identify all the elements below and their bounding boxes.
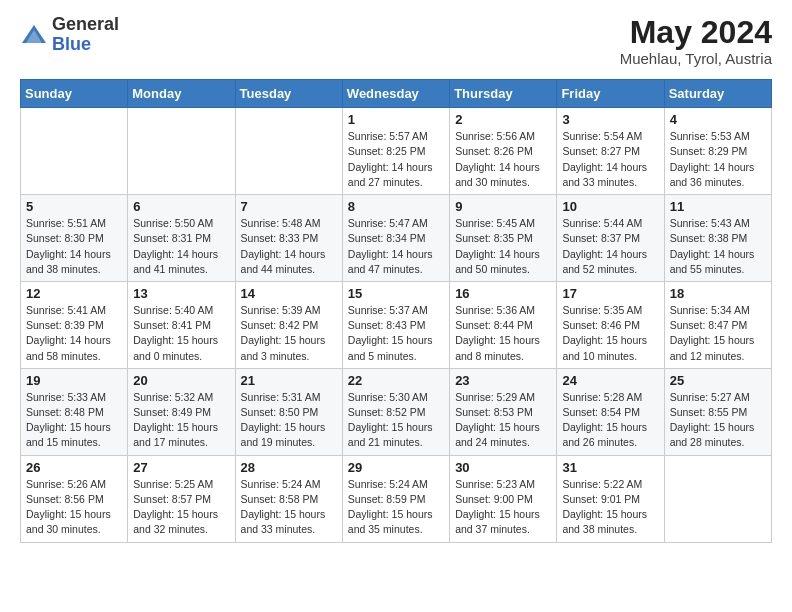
day-number: 5 <box>26 199 122 214</box>
day-number: 6 <box>133 199 229 214</box>
calendar-cell: 13Sunrise: 5:40 AMSunset: 8:41 PMDayligh… <box>128 281 235 368</box>
day-number: 25 <box>670 373 766 388</box>
page: General Blue May 2024 Muehlau, Tyrol, Au… <box>0 0 792 558</box>
day-number: 20 <box>133 373 229 388</box>
calendar-cell: 23Sunrise: 5:29 AMSunset: 8:53 PMDayligh… <box>450 368 557 455</box>
day-number: 12 <box>26 286 122 301</box>
day-info: Sunrise: 5:44 AMSunset: 8:37 PMDaylight:… <box>562 216 658 277</box>
day-header-sunday: Sunday <box>21 80 128 108</box>
day-number: 4 <box>670 112 766 127</box>
day-number: 22 <box>348 373 444 388</box>
day-info: Sunrise: 5:53 AMSunset: 8:29 PMDaylight:… <box>670 129 766 190</box>
day-number: 18 <box>670 286 766 301</box>
logo-icon <box>20 21 48 49</box>
day-info: Sunrise: 5:34 AMSunset: 8:47 PMDaylight:… <box>670 303 766 364</box>
calendar-cell: 31Sunrise: 5:22 AMSunset: 9:01 PMDayligh… <box>557 455 664 542</box>
day-number: 23 <box>455 373 551 388</box>
day-info: Sunrise: 5:47 AMSunset: 8:34 PMDaylight:… <box>348 216 444 277</box>
calendar-cell: 25Sunrise: 5:27 AMSunset: 8:55 PMDayligh… <box>664 368 771 455</box>
logo-text: General Blue <box>52 15 119 55</box>
day-info: Sunrise: 5:41 AMSunset: 8:39 PMDaylight:… <box>26 303 122 364</box>
calendar-week-row: 19Sunrise: 5:33 AMSunset: 8:48 PMDayligh… <box>21 368 772 455</box>
header: General Blue May 2024 Muehlau, Tyrol, Au… <box>20 15 772 67</box>
day-info: Sunrise: 5:30 AMSunset: 8:52 PMDaylight:… <box>348 390 444 451</box>
day-info: Sunrise: 5:31 AMSunset: 8:50 PMDaylight:… <box>241 390 337 451</box>
day-info: Sunrise: 5:26 AMSunset: 8:56 PMDaylight:… <box>26 477 122 538</box>
day-number: 30 <box>455 460 551 475</box>
day-number: 24 <box>562 373 658 388</box>
day-number: 9 <box>455 199 551 214</box>
day-number: 7 <box>241 199 337 214</box>
day-header-tuesday: Tuesday <box>235 80 342 108</box>
calendar-table: SundayMondayTuesdayWednesdayThursdayFrid… <box>20 79 772 542</box>
day-info: Sunrise: 5:48 AMSunset: 8:33 PMDaylight:… <box>241 216 337 277</box>
day-header-monday: Monday <box>128 80 235 108</box>
calendar-cell <box>21 108 128 195</box>
day-info: Sunrise: 5:43 AMSunset: 8:38 PMDaylight:… <box>670 216 766 277</box>
day-info: Sunrise: 5:29 AMSunset: 8:53 PMDaylight:… <box>455 390 551 451</box>
day-info: Sunrise: 5:32 AMSunset: 8:49 PMDaylight:… <box>133 390 229 451</box>
calendar-cell: 21Sunrise: 5:31 AMSunset: 8:50 PMDayligh… <box>235 368 342 455</box>
calendar-cell: 11Sunrise: 5:43 AMSunset: 8:38 PMDayligh… <box>664 195 771 282</box>
calendar-header-row: SundayMondayTuesdayWednesdayThursdayFrid… <box>21 80 772 108</box>
day-info: Sunrise: 5:40 AMSunset: 8:41 PMDaylight:… <box>133 303 229 364</box>
day-header-friday: Friday <box>557 80 664 108</box>
logo-general: General <box>52 14 119 34</box>
day-info: Sunrise: 5:54 AMSunset: 8:27 PMDaylight:… <box>562 129 658 190</box>
calendar-cell <box>664 455 771 542</box>
calendar-cell: 22Sunrise: 5:30 AMSunset: 8:52 PMDayligh… <box>342 368 449 455</box>
day-number: 16 <box>455 286 551 301</box>
day-number: 14 <box>241 286 337 301</box>
day-info: Sunrise: 5:25 AMSunset: 8:57 PMDaylight:… <box>133 477 229 538</box>
calendar-cell: 17Sunrise: 5:35 AMSunset: 8:46 PMDayligh… <box>557 281 664 368</box>
day-info: Sunrise: 5:35 AMSunset: 8:46 PMDaylight:… <box>562 303 658 364</box>
day-info: Sunrise: 5:36 AMSunset: 8:44 PMDaylight:… <box>455 303 551 364</box>
day-number: 8 <box>348 199 444 214</box>
day-number: 19 <box>26 373 122 388</box>
calendar-cell: 8Sunrise: 5:47 AMSunset: 8:34 PMDaylight… <box>342 195 449 282</box>
day-number: 13 <box>133 286 229 301</box>
calendar-cell: 1Sunrise: 5:57 AMSunset: 8:25 PMDaylight… <box>342 108 449 195</box>
calendar-cell <box>128 108 235 195</box>
logo: General Blue <box>20 15 119 55</box>
calendar-week-row: 26Sunrise: 5:26 AMSunset: 8:56 PMDayligh… <box>21 455 772 542</box>
calendar-week-row: 1Sunrise: 5:57 AMSunset: 8:25 PMDaylight… <box>21 108 772 195</box>
calendar-cell: 19Sunrise: 5:33 AMSunset: 8:48 PMDayligh… <box>21 368 128 455</box>
day-info: Sunrise: 5:28 AMSunset: 8:54 PMDaylight:… <box>562 390 658 451</box>
calendar-cell: 2Sunrise: 5:56 AMSunset: 8:26 PMDaylight… <box>450 108 557 195</box>
day-info: Sunrise: 5:33 AMSunset: 8:48 PMDaylight:… <box>26 390 122 451</box>
day-info: Sunrise: 5:37 AMSunset: 8:43 PMDaylight:… <box>348 303 444 364</box>
day-number: 15 <box>348 286 444 301</box>
day-number: 10 <box>562 199 658 214</box>
calendar-cell: 12Sunrise: 5:41 AMSunset: 8:39 PMDayligh… <box>21 281 128 368</box>
calendar-cell: 20Sunrise: 5:32 AMSunset: 8:49 PMDayligh… <box>128 368 235 455</box>
calendar-cell: 26Sunrise: 5:26 AMSunset: 8:56 PMDayligh… <box>21 455 128 542</box>
day-info: Sunrise: 5:24 AMSunset: 8:59 PMDaylight:… <box>348 477 444 538</box>
day-number: 31 <box>562 460 658 475</box>
calendar-cell: 9Sunrise: 5:45 AMSunset: 8:35 PMDaylight… <box>450 195 557 282</box>
day-info: Sunrise: 5:57 AMSunset: 8:25 PMDaylight:… <box>348 129 444 190</box>
calendar-cell: 30Sunrise: 5:23 AMSunset: 9:00 PMDayligh… <box>450 455 557 542</box>
day-info: Sunrise: 5:39 AMSunset: 8:42 PMDaylight:… <box>241 303 337 364</box>
day-info: Sunrise: 5:51 AMSunset: 8:30 PMDaylight:… <box>26 216 122 277</box>
day-info: Sunrise: 5:24 AMSunset: 8:58 PMDaylight:… <box>241 477 337 538</box>
day-header-thursday: Thursday <box>450 80 557 108</box>
calendar-cell: 28Sunrise: 5:24 AMSunset: 8:58 PMDayligh… <box>235 455 342 542</box>
calendar-week-row: 12Sunrise: 5:41 AMSunset: 8:39 PMDayligh… <box>21 281 772 368</box>
calendar-cell: 14Sunrise: 5:39 AMSunset: 8:42 PMDayligh… <box>235 281 342 368</box>
calendar-cell: 5Sunrise: 5:51 AMSunset: 8:30 PMDaylight… <box>21 195 128 282</box>
day-number: 11 <box>670 199 766 214</box>
calendar-cell: 15Sunrise: 5:37 AMSunset: 8:43 PMDayligh… <box>342 281 449 368</box>
location: Muehlau, Tyrol, Austria <box>620 50 772 67</box>
day-info: Sunrise: 5:56 AMSunset: 8:26 PMDaylight:… <box>455 129 551 190</box>
day-number: 28 <box>241 460 337 475</box>
calendar-cell: 7Sunrise: 5:48 AMSunset: 8:33 PMDaylight… <box>235 195 342 282</box>
calendar-cell: 29Sunrise: 5:24 AMSunset: 8:59 PMDayligh… <box>342 455 449 542</box>
calendar-cell <box>235 108 342 195</box>
day-number: 1 <box>348 112 444 127</box>
title-block: May 2024 Muehlau, Tyrol, Austria <box>620 15 772 67</box>
calendar-cell: 10Sunrise: 5:44 AMSunset: 8:37 PMDayligh… <box>557 195 664 282</box>
day-info: Sunrise: 5:22 AMSunset: 9:01 PMDaylight:… <box>562 477 658 538</box>
day-header-saturday: Saturday <box>664 80 771 108</box>
calendar-cell: 27Sunrise: 5:25 AMSunset: 8:57 PMDayligh… <box>128 455 235 542</box>
